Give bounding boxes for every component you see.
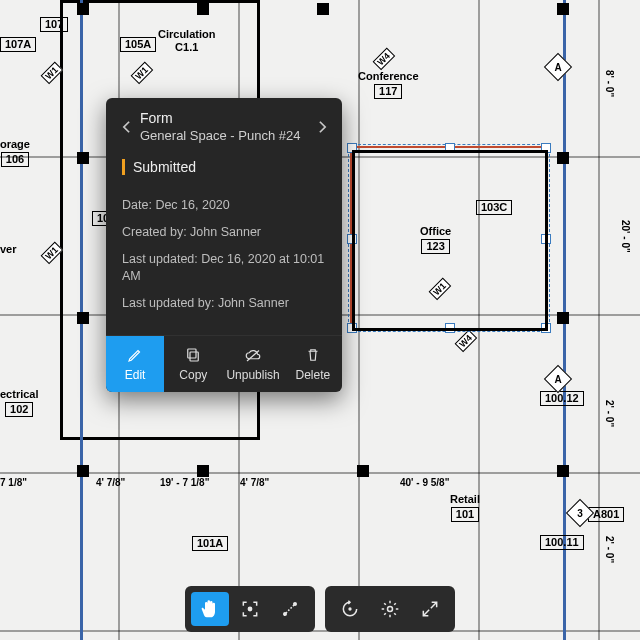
room-name: Conference bbox=[358, 70, 419, 83]
room-name: Retail bbox=[450, 493, 480, 506]
resize-handle[interactable] bbox=[445, 323, 455, 333]
selection-box[interactable] bbox=[352, 148, 546, 328]
delete-button[interactable]: Delete bbox=[284, 336, 342, 392]
dim: 4' 7/8" bbox=[96, 477, 125, 488]
svg-point-8 bbox=[388, 607, 393, 612]
door-103c: 103C bbox=[476, 199, 512, 215]
popup-meta: Date: Dec 16, 2020 Created by: John Sann… bbox=[106, 185, 342, 335]
measure-tool-button[interactable] bbox=[271, 592, 309, 626]
status-badge: Submitted bbox=[122, 159, 326, 175]
svg-line-10 bbox=[423, 610, 429, 616]
updated-label: Last updated: bbox=[122, 252, 198, 266]
door-101a: 101A bbox=[192, 535, 228, 551]
copy-icon bbox=[184, 346, 202, 364]
svg-point-5 bbox=[294, 603, 297, 606]
fullscreen-button[interactable] bbox=[411, 592, 449, 626]
created-by-label: Created by: bbox=[122, 225, 187, 239]
column bbox=[77, 465, 89, 477]
copy-button[interactable]: Copy bbox=[164, 336, 222, 392]
dim: 40' - 9 5/8" bbox=[400, 477, 449, 488]
room-number: 102 bbox=[5, 402, 33, 417]
column bbox=[557, 3, 569, 15]
svg-rect-0 bbox=[190, 352, 198, 361]
bottom-toolbar bbox=[185, 586, 455, 632]
column bbox=[77, 312, 89, 324]
dim: 20' - 0" bbox=[620, 220, 631, 253]
next-button[interactable] bbox=[310, 115, 334, 139]
wall-tag: W1 bbox=[41, 242, 63, 264]
unpublish-label: Unpublish bbox=[226, 368, 279, 382]
door-105a: 105A bbox=[120, 36, 156, 52]
column bbox=[317, 3, 329, 15]
updated-by-value: John Sanner bbox=[218, 296, 289, 310]
door-107a: 107A bbox=[0, 36, 36, 52]
resize-handle[interactable] bbox=[347, 143, 357, 153]
unpublish-button[interactable]: Unpublish bbox=[222, 336, 283, 392]
gear-icon bbox=[380, 599, 400, 619]
wall-tag: W1 bbox=[41, 62, 63, 84]
dim: 4' 7/8" bbox=[240, 477, 269, 488]
door-100-11: 100.11 bbox=[540, 534, 584, 550]
room-name: Circulation bbox=[158, 28, 215, 41]
pan-tool-button[interactable] bbox=[191, 592, 229, 626]
room-name: orage bbox=[0, 138, 30, 151]
dim: 8' - 0" bbox=[604, 70, 615, 97]
settings-button[interactable] bbox=[371, 592, 409, 626]
date-value: Dec 16, 2020 bbox=[155, 198, 229, 212]
column bbox=[557, 465, 569, 477]
resize-handle[interactable] bbox=[541, 323, 551, 333]
room-number: 106 bbox=[1, 152, 29, 167]
resize-handle[interactable] bbox=[445, 143, 455, 153]
dim: 2' - 0" bbox=[604, 400, 615, 427]
orbit-button[interactable] bbox=[331, 592, 369, 626]
grid-bubble: 3 bbox=[566, 499, 594, 527]
column bbox=[77, 3, 89, 15]
room-number: C1.1 bbox=[158, 41, 215, 54]
center-focus-icon bbox=[240, 599, 260, 619]
updated-by-label: Last updated by: bbox=[122, 296, 214, 310]
resize-handle[interactable] bbox=[541, 143, 551, 153]
date-label: Date: bbox=[122, 198, 152, 212]
room-number: 123 bbox=[421, 239, 449, 254]
popup-title: General Space - Punch #24 bbox=[140, 128, 308, 143]
prev-button[interactable] bbox=[114, 115, 138, 139]
cloud-off-icon bbox=[244, 346, 262, 364]
room-name: ver bbox=[0, 243, 17, 256]
room-circulation: Circulation C1.1 bbox=[158, 28, 215, 54]
room-office: Office 123 bbox=[420, 225, 451, 254]
svg-line-2 bbox=[247, 351, 259, 362]
room-retail: Retail 101 bbox=[450, 493, 480, 522]
ref-a801: A801 bbox=[588, 506, 624, 522]
popup-actions: Edit Copy Unpublish Delete bbox=[106, 335, 342, 392]
wall-tag: W1 bbox=[429, 278, 451, 300]
resize-handle[interactable] bbox=[347, 234, 357, 244]
hand-icon bbox=[200, 599, 220, 619]
popup-header: Form General Space - Punch #24 bbox=[106, 98, 342, 153]
room-number: 101 bbox=[451, 507, 479, 522]
column bbox=[197, 3, 209, 15]
pencil-icon bbox=[126, 346, 144, 364]
column bbox=[77, 152, 89, 164]
resize-handle[interactable] bbox=[347, 323, 357, 333]
svg-point-7 bbox=[348, 607, 351, 610]
expand-icon bbox=[420, 599, 440, 619]
column bbox=[557, 312, 569, 324]
room-name: ectrical bbox=[0, 388, 39, 401]
focus-tool-button[interactable] bbox=[231, 592, 269, 626]
popup-kind: Form bbox=[140, 110, 308, 126]
edit-button[interactable]: Edit bbox=[106, 336, 164, 392]
resize-handle[interactable] bbox=[541, 234, 551, 244]
form-popup: Form General Space - Punch #24 Submitted… bbox=[106, 98, 342, 392]
measure-icon bbox=[280, 599, 300, 619]
room-name: Office bbox=[420, 225, 451, 238]
edit-label: Edit bbox=[125, 368, 146, 382]
svg-point-3 bbox=[248, 607, 251, 610]
door-107: 107 bbox=[40, 16, 68, 32]
copy-label: Copy bbox=[179, 368, 207, 382]
toolbar-group-view bbox=[325, 586, 455, 632]
trash-icon bbox=[304, 346, 322, 364]
dim: 19' - 7 1/8" bbox=[160, 477, 209, 488]
door-100-12: 100.12 bbox=[540, 390, 584, 406]
orbit-icon bbox=[340, 599, 360, 619]
room-storage: orage 106 bbox=[0, 138, 30, 167]
